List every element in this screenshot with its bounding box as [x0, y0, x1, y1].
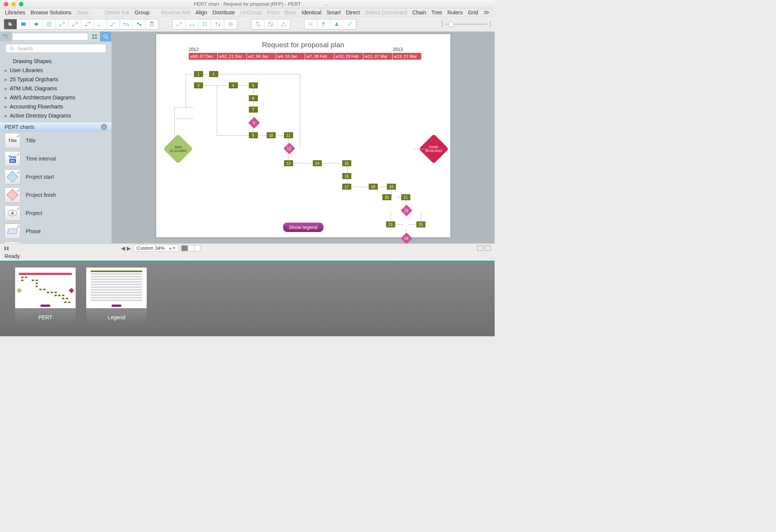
menu-group[interactable]: Group: [135, 9, 149, 15]
task-node[interactable]: 4: [229, 82, 238, 88]
zoom-slider[interactable]: [445, 23, 487, 25]
thumbnail-legend[interactable]: Legend: [86, 268, 147, 330]
menu-grid[interactable]: Grid: [468, 9, 478, 15]
milestone-node[interactable]: 22: [400, 204, 412, 216]
sidebar-tab-grid-icon[interactable]: [89, 32, 100, 42]
menu-direct[interactable]: Direct: [346, 9, 360, 15]
menu-align[interactable]: Align: [196, 9, 207, 15]
menu-browse-solutions[interactable]: Browse Solutions: [31, 9, 71, 15]
menu-distribute[interactable]: Distribute: [213, 9, 235, 15]
milestone-node[interactable]: 12: [283, 142, 295, 154]
text-tool[interactable]: [43, 19, 56, 29]
tree-item-active-directory[interactable]: ▶Active Directory Diagrams: [0, 111, 112, 120]
sidebar-collapse-icon[interactable]: ▮▮: [4, 245, 9, 251]
tree-item-drawing-shapes[interactable]: Drawing Shapes: [0, 57, 112, 66]
task-node[interactable]: 7: [249, 107, 258, 113]
arrange-4[interactable]: [211, 19, 224, 29]
library-header[interactable]: PERT charts ×: [0, 122, 112, 131]
task-node[interactable]: 3: [194, 82, 203, 88]
arrange-1[interactable]: [173, 19, 186, 29]
task-node[interactable]: 9: [249, 132, 258, 138]
next-page-button[interactable]: ▶: [127, 245, 131, 251]
zoom-out-button[interactable]: [442, 21, 442, 27]
search-input[interactable]: Search: [5, 44, 106, 53]
view-mode-switch[interactable]: [182, 245, 201, 251]
task-node[interactable]: 1: [194, 71, 203, 77]
menu-back[interactable]: Back: [284, 9, 296, 15]
menu-smart[interactable]: Smart: [327, 9, 341, 15]
tree-item-orgcharts[interactable]: ▶25 Typical Orgcharts: [0, 75, 112, 84]
zoom-dropdown[interactable]: Custom 34% ▲▼: [134, 244, 178, 252]
task-node[interactable]: 16: [342, 173, 351, 179]
menu-identical[interactable]: Identical: [302, 9, 321, 15]
milestone-node[interactable]: 24: [400, 232, 412, 243]
connector-7[interactable]: [133, 19, 146, 29]
close-window-button[interactable]: [4, 2, 8, 6]
task-node[interactable]: 11: [284, 132, 293, 138]
shape-title[interactable]: TitleTitle: [0, 131, 112, 150]
menu-ungroup[interactable]: UnGroup: [240, 9, 262, 15]
tree-item-atm-uml[interactable]: ▶ATM UML Diagrams: [0, 84, 112, 93]
milestone-node[interactable]: 8: [248, 117, 260, 128]
tree-item-accounting[interactable]: ▶Accounting Flowcharts: [0, 102, 112, 111]
arrange-3[interactable]: [199, 19, 211, 29]
shape-project[interactable]: AProject: [0, 204, 112, 222]
title-dropdown-icon[interactable]: ⌄: [324, 1, 328, 7]
menu-front[interactable]: Front: [267, 9, 279, 15]
thumbnail-pert[interactable]: PERT: [15, 268, 76, 330]
sidebar-tab-tree-icon[interactable]: [0, 32, 11, 42]
shape-project-start[interactable]: Project start: [0, 168, 112, 186]
zoom-tool[interactable]: [304, 19, 317, 29]
connector-5[interactable]: [107, 19, 120, 29]
menu-save[interactable]: Save...: [77, 9, 93, 15]
minimize-window-button[interactable]: [11, 2, 16, 6]
task-node[interactable]: 14: [313, 160, 322, 166]
task-node[interactable]: 17: [342, 184, 351, 190]
task-node[interactable]: 10: [267, 132, 276, 138]
menu-delete-link[interactable]: Delete link: [105, 9, 129, 15]
menu-chain[interactable]: Chain: [412, 9, 426, 15]
task-node[interactable]: 6: [249, 95, 258, 101]
connector-3[interactable]: [81, 19, 94, 29]
paste-tool[interactable]: [146, 19, 158, 29]
shape-task[interactable]: 1Task: [0, 240, 112, 243]
canvas[interactable]: Request for proposal plan 2012 2013 w50,…: [112, 32, 495, 243]
task-node[interactable]: 23: [386, 221, 395, 227]
library-close-button[interactable]: ×: [101, 124, 107, 130]
prev-page-button[interactable]: ◀: [121, 245, 125, 251]
task-node[interactable]: 18: [369, 184, 378, 190]
tree-item-user-libraries[interactable]: ▶User Libraries: [0, 66, 112, 75]
connector-1[interactable]: [56, 19, 68, 29]
sidebar-tab-search-icon[interactable]: [100, 32, 112, 42]
presentation-mode-icon[interactable]: [477, 246, 483, 251]
show-legend-button[interactable]: Show legend: [283, 223, 323, 232]
shape-time-interval[interactable]: YearIntTime interval: [0, 150, 112, 168]
menu-select-connected[interactable]: Select Connected: [365, 9, 407, 15]
menu-libraries[interactable]: Libraries: [5, 9, 25, 15]
stamp-tool[interactable]: [330, 19, 343, 29]
page[interactable]: Request for proposal plan 2012 2013 w50,…: [156, 34, 450, 237]
task-node[interactable]: 13: [284, 160, 293, 166]
tree-item-aws[interactable]: ▶AWS Architecture Diagrams: [0, 93, 112, 102]
fit-page-icon[interactable]: [485, 246, 491, 251]
pan-tool[interactable]: [317, 19, 330, 29]
zoom-in-button[interactable]: [490, 21, 491, 27]
task-node[interactable]: 5: [249, 82, 258, 88]
connector-6[interactable]: [120, 19, 133, 29]
task-node[interactable]: 25: [416, 221, 425, 227]
window-controls[interactable]: [0, 2, 23, 6]
layout-3[interactable]: [277, 19, 290, 29]
ellipse-tool[interactable]: [30, 19, 43, 29]
shape-project-finish[interactable]: Project finish: [0, 186, 112, 204]
menu-tree[interactable]: Tree: [431, 9, 442, 15]
menu-reverse-link[interactable]: Reverse link: [161, 9, 190, 15]
menu-rulers[interactable]: Rulers: [447, 9, 462, 15]
task-node[interactable]: 2: [209, 71, 218, 77]
rect-tool[interactable]: [17, 19, 30, 29]
connector-4[interactable]: [94, 19, 107, 29]
pointer-tool[interactable]: [4, 19, 17, 29]
task-node[interactable]: 20: [382, 194, 391, 200]
shape-phase[interactable]: Phase: [0, 222, 112, 240]
eyedropper-tool[interactable]: [343, 19, 356, 29]
layout-2[interactable]: [264, 19, 277, 29]
